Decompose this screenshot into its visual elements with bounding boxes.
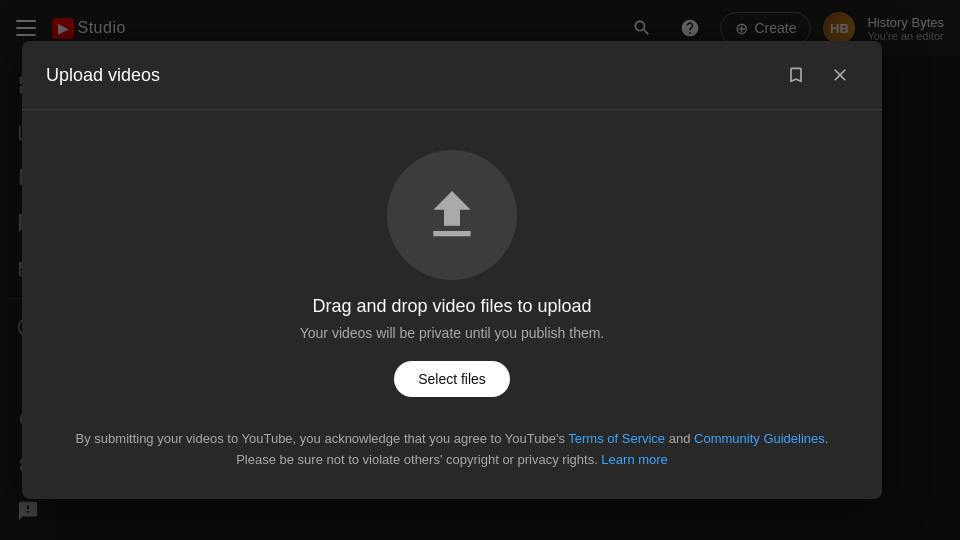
modal-footer: By submitting your videos to YouTube, yo… [22,429,882,499]
upload-subtitle: Your videos will be private until you pu… [300,325,605,341]
footer-line2-prefix: Please be sure not to violate others' co… [236,452,601,467]
footer-text-line2: Please be sure not to violate others' co… [46,450,858,471]
footer-text-line1: By submitting your videos to YouTube, yo… [46,429,858,450]
upload-icon [420,183,484,247]
footer-prefix: By submitting your videos to YouTube, yo… [76,431,569,446]
learn-more-link[interactable]: Learn more [601,452,667,467]
upload-title: Drag and drop video files to upload [312,296,591,317]
close-icon[interactable] [822,57,858,93]
modal-body: Drag and drop video files to upload Your… [22,110,882,429]
guidelines-link[interactable]: Community Guidelines [694,431,825,446]
upload-circle [387,150,517,280]
modal-overlay: Upload videos Drag and drop video files … [0,0,960,540]
bookmark-icon[interactable] [778,57,814,93]
upload-modal: Upload videos Drag and drop video files … [22,41,882,499]
modal-header-actions [778,57,858,93]
modal-header: Upload videos [22,41,882,110]
footer-suffix: . [825,431,829,446]
footer-and: and [665,431,694,446]
terms-link[interactable]: Terms of Service [568,431,665,446]
select-files-button[interactable]: Select files [394,361,510,397]
modal-title: Upload videos [46,65,160,86]
